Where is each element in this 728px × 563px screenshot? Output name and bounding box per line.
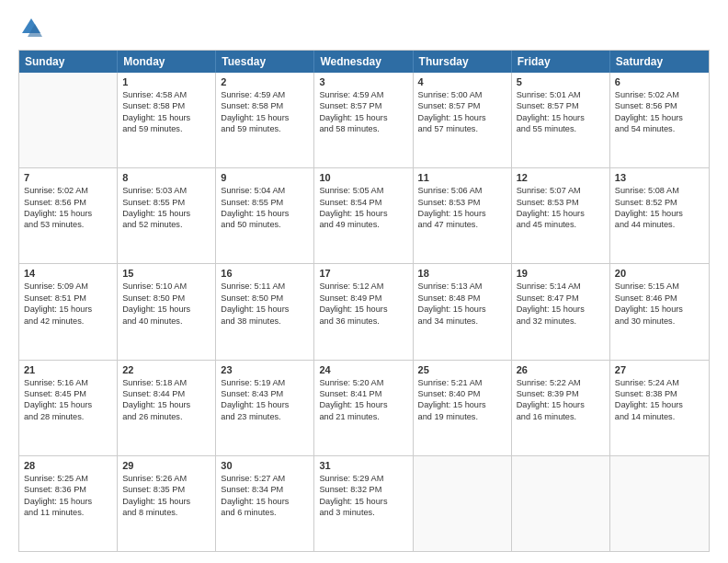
day-number: 25 bbox=[418, 364, 506, 375]
cell-line: Sunset: 8:43 PM bbox=[221, 388, 309, 399]
day-number: 17 bbox=[319, 268, 407, 279]
day-number: 11 bbox=[418, 172, 506, 183]
cell-line: Daylight: 15 hours bbox=[418, 112, 506, 123]
cell-line: Sunset: 8:53 PM bbox=[517, 197, 605, 208]
cell-line: Sunset: 8:49 PM bbox=[319, 293, 407, 304]
day-number: 29 bbox=[122, 460, 210, 471]
calendar-cell-3-4: 25Sunrise: 5:21 AMSunset: 8:40 PMDayligh… bbox=[414, 361, 512, 455]
cell-line: Daylight: 15 hours bbox=[615, 304, 704, 315]
day-number: 23 bbox=[221, 364, 309, 375]
cell-line: Sunrise: 5:19 AM bbox=[221, 377, 309, 388]
cell-line: Sunrise: 5:02 AM bbox=[615, 89, 704, 100]
cell-line: Sunset: 8:47 PM bbox=[517, 293, 605, 304]
cell-line: Sunrise: 5:18 AM bbox=[122, 377, 210, 388]
day-number: 6 bbox=[615, 76, 704, 87]
cell-line: Sunset: 8:51 PM bbox=[24, 293, 112, 304]
day-number: 3 bbox=[319, 76, 407, 87]
cell-line: Sunrise: 5:13 AM bbox=[418, 281, 506, 292]
cell-line: Daylight: 15 hours bbox=[418, 399, 506, 410]
cell-line: Daylight: 15 hours bbox=[24, 208, 112, 219]
day-number: 31 bbox=[319, 460, 407, 471]
cell-line: and 45 minutes. bbox=[517, 219, 605, 230]
calendar-cell-2-2: 16Sunrise: 5:11 AMSunset: 8:50 PMDayligh… bbox=[216, 264, 314, 359]
calendar-cell-0-1: 1Sunrise: 4:58 AMSunset: 8:58 PMDaylight… bbox=[118, 73, 216, 167]
cell-line: Daylight: 15 hours bbox=[418, 304, 506, 315]
day-number: 12 bbox=[517, 172, 605, 183]
day-number: 13 bbox=[615, 172, 704, 183]
calendar-cell-4-4 bbox=[414, 456, 512, 551]
cell-line: Sunrise: 4:59 AM bbox=[221, 89, 309, 100]
cell-line: Daylight: 15 hours bbox=[319, 208, 407, 219]
cell-line: Sunset: 8:35 PM bbox=[122, 484, 210, 495]
cell-line: Daylight: 15 hours bbox=[615, 208, 704, 219]
calendar-cell-2-0: 14Sunrise: 5:09 AMSunset: 8:51 PMDayligh… bbox=[19, 264, 118, 359]
cell-line: Sunset: 8:48 PM bbox=[418, 293, 506, 304]
cell-line: Sunset: 8:57 PM bbox=[418, 100, 506, 111]
cell-line: and 38 minutes. bbox=[221, 316, 309, 327]
cell-line: and 34 minutes. bbox=[418, 316, 506, 327]
cell-line: Sunset: 8:45 PM bbox=[24, 388, 112, 399]
cell-line: Sunset: 8:55 PM bbox=[221, 197, 309, 208]
calendar-cell-2-6: 20Sunrise: 5:15 AMSunset: 8:46 PMDayligh… bbox=[610, 264, 709, 359]
day-number: 9 bbox=[221, 172, 309, 183]
calendar-cell-0-6: 6Sunrise: 5:02 AMSunset: 8:56 PMDaylight… bbox=[610, 73, 709, 167]
cell-line: Daylight: 15 hours bbox=[319, 112, 407, 123]
header-day-monday: Monday bbox=[118, 51, 216, 73]
cell-line: Sunrise: 5:24 AM bbox=[615, 377, 704, 388]
cell-line: and 3 minutes. bbox=[319, 507, 407, 518]
cell-line: Sunset: 8:50 PM bbox=[122, 293, 210, 304]
calendar-cell-4-6 bbox=[610, 456, 709, 551]
calendar-cell-3-6: 27Sunrise: 5:24 AMSunset: 8:38 PMDayligh… bbox=[610, 361, 709, 455]
cell-line: and 42 minutes. bbox=[24, 316, 112, 327]
day-number: 16 bbox=[221, 268, 309, 279]
cell-line: Sunrise: 5:27 AM bbox=[221, 473, 309, 484]
calendar-body: 1Sunrise: 4:58 AMSunset: 8:58 PMDaylight… bbox=[19, 73, 709, 551]
calendar: SundayMondayTuesdayWednesdayThursdayFrid… bbox=[18, 50, 710, 552]
calendar-cell-4-3: 31Sunrise: 5:29 AMSunset: 8:32 PMDayligh… bbox=[314, 456, 413, 551]
cell-line: and 55 minutes. bbox=[517, 123, 605, 134]
cell-line: and 26 minutes. bbox=[122, 411, 210, 422]
day-number: 30 bbox=[221, 460, 309, 471]
cell-line: and 23 minutes. bbox=[221, 411, 309, 422]
cell-line: Sunset: 8:46 PM bbox=[615, 293, 704, 304]
cell-line: Daylight: 15 hours bbox=[319, 399, 407, 410]
day-number: 7 bbox=[24, 172, 112, 183]
day-number: 27 bbox=[615, 364, 704, 375]
cell-line: Sunrise: 5:25 AM bbox=[24, 473, 112, 484]
day-number: 20 bbox=[615, 268, 704, 279]
day-number: 18 bbox=[418, 268, 506, 279]
cell-line: Sunset: 8:40 PM bbox=[418, 388, 506, 399]
day-number: 24 bbox=[319, 364, 407, 375]
cell-line: Daylight: 15 hours bbox=[24, 496, 112, 507]
cell-line: Sunrise: 5:15 AM bbox=[615, 281, 704, 292]
day-number: 22 bbox=[122, 364, 210, 375]
cell-line: Sunset: 8:36 PM bbox=[24, 484, 112, 495]
calendar-cell-2-3: 17Sunrise: 5:12 AMSunset: 8:49 PMDayligh… bbox=[314, 264, 413, 359]
cell-line: Sunrise: 5:02 AM bbox=[24, 185, 112, 196]
header-day-saturday: Saturday bbox=[610, 51, 709, 73]
cell-line: Daylight: 15 hours bbox=[517, 399, 605, 410]
calendar-cell-3-5: 26Sunrise: 5:22 AMSunset: 8:39 PMDayligh… bbox=[512, 361, 610, 455]
calendar-cell-3-1: 22Sunrise: 5:18 AMSunset: 8:44 PMDayligh… bbox=[118, 361, 216, 455]
cell-line: Sunrise: 5:05 AM bbox=[319, 185, 407, 196]
cell-line: Daylight: 15 hours bbox=[221, 399, 309, 410]
day-number: 8 bbox=[122, 172, 210, 183]
cell-line: Daylight: 15 hours bbox=[122, 208, 210, 219]
day-number: 21 bbox=[24, 364, 112, 375]
calendar-row-2: 14Sunrise: 5:09 AMSunset: 8:51 PMDayligh… bbox=[19, 263, 709, 359]
cell-line: Sunrise: 5:12 AM bbox=[319, 281, 407, 292]
cell-line: Daylight: 15 hours bbox=[122, 496, 210, 507]
cell-line: Sunrise: 5:11 AM bbox=[221, 281, 309, 292]
cell-line: Sunset: 8:38 PM bbox=[615, 388, 704, 399]
cell-line: Daylight: 15 hours bbox=[418, 208, 506, 219]
cell-line: Sunset: 8:39 PM bbox=[517, 388, 605, 399]
cell-line: Daylight: 15 hours bbox=[24, 304, 112, 315]
cell-line: and 57 minutes. bbox=[418, 123, 506, 134]
calendar-header: SundayMondayTuesdayWednesdayThursdayFrid… bbox=[19, 51, 709, 73]
day-number: 15 bbox=[122, 268, 210, 279]
cell-line: Sunrise: 5:03 AM bbox=[122, 185, 210, 196]
calendar-cell-0-2: 2Sunrise: 4:59 AMSunset: 8:58 PMDaylight… bbox=[216, 73, 314, 167]
cell-line: Sunrise: 5:09 AM bbox=[24, 281, 112, 292]
cell-line: Daylight: 15 hours bbox=[24, 399, 112, 410]
cell-line: Daylight: 15 hours bbox=[122, 304, 210, 315]
